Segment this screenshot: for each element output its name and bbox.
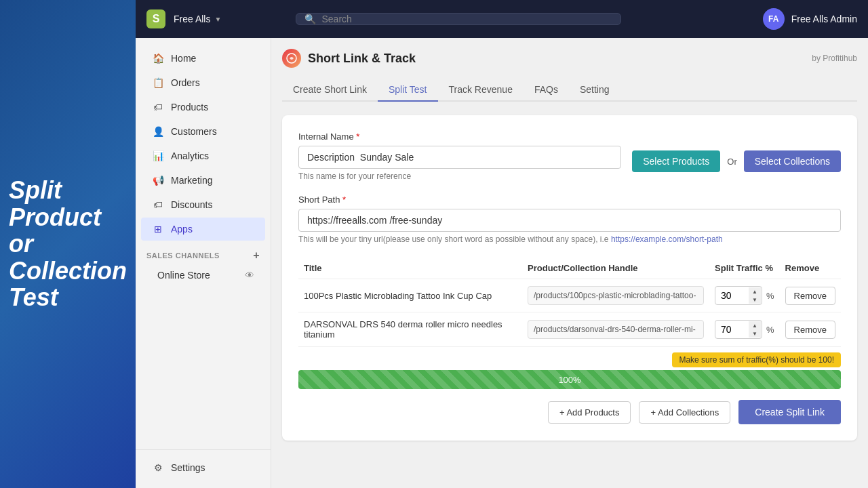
app-title-text: Short Link & Track: [308, 52, 416, 66]
row2-remove-cell: Remove: [780, 312, 841, 347]
content-area: 🏠 Home 📋 Orders 🏷 Products 👤 Customers 📊…: [136, 38, 868, 488]
short-path-label: Short Path *: [298, 195, 841, 205]
row2-traffic: ▲ ▼ %: [709, 312, 780, 347]
add-sales-channel-button[interactable]: +: [253, 249, 260, 262]
row2-title: DARSONVAL DRS 540 derma roller micro nee…: [298, 312, 522, 347]
row1-traffic-up[interactable]: ▲: [749, 287, 761, 296]
row2-traffic-down[interactable]: ▼: [749, 329, 761, 338]
store-name-button[interactable]: Free Alls ▼: [174, 14, 221, 24]
tabs: Create Short Link Split Test Track Reven…: [282, 79, 857, 102]
row2-traffic-up[interactable]: ▲: [749, 321, 761, 329]
sidebar-item-marketing[interactable]: 📢 Marketing: [141, 169, 265, 192]
user-name: Free Alls Admin: [791, 14, 857, 24]
sidebar-item-customers[interactable]: 👤 Customers: [141, 120, 265, 143]
col-handle: Product/Collection Handle: [522, 258, 709, 279]
search-input[interactable]: [321, 14, 612, 24]
sidebar: 🏠 Home 📋 Orders 🏷 Products 👤 Customers 📊…: [136, 38, 271, 488]
create-split-link-button[interactable]: Create Split Link: [738, 400, 841, 424]
warning-row: Make sure sum of traffic(%) should be 10…: [298, 352, 841, 367]
short-path-group: Short Path * This will be your tiny url(…: [298, 195, 841, 244]
short-path-hint: This will be your tiny url(please use on…: [298, 235, 841, 244]
shopify-logo: S: [146, 9, 165, 28]
internal-name-label: Internal Name *: [298, 131, 621, 142]
decorative-text: SplitProductorCollectionTest: [9, 177, 127, 311]
sidebar-item-discounts[interactable]: 🏷 Discounts: [141, 193, 265, 216]
row1-traffic: ▲ ▼ %: [709, 279, 780, 312]
decorative-panel: SplitProductorCollectionTest: [0, 0, 136, 488]
app-header: Short Link & Track by Profitihub: [282, 49, 857, 68]
internal-name-hint: This name is for your reference: [298, 171, 621, 181]
row1-remove-button[interactable]: Remove: [785, 287, 835, 305]
search-icon: 🔍: [304, 14, 316, 24]
sidebar-item-apps[interactable]: ⊞ Apps: [141, 218, 265, 241]
store-name-label: Free Alls: [174, 14, 210, 24]
products-icon: 🏷: [152, 101, 164, 113]
select-collections-button[interactable]: Select Collections: [744, 150, 841, 172]
split-table: Title Product/Collection Handle Split Tr…: [298, 258, 841, 347]
user-section: FA Free Alls Admin: [763, 8, 857, 30]
shopify-layout: S Free Alls ▼ 🔍 FA Free Alls Admin 🏠 Hom…: [136, 0, 868, 488]
tab-create-short-link[interactable]: Create Short Link: [282, 79, 378, 102]
col-remove: Remove: [780, 258, 841, 279]
short-path-hint-link[interactable]: https://example.com/short-path: [611, 235, 723, 244]
sales-channels-section: SALES CHANNELS +: [136, 241, 271, 264]
row1-handle-input[interactable]: [528, 286, 704, 305]
row2-handle-input[interactable]: [528, 320, 704, 339]
row1-title: 100Pcs Plastic Microblading Tattoo Ink C…: [298, 279, 522, 312]
internal-name-group: Internal Name * This name is for your re…: [298, 131, 621, 181]
col-traffic: Split Traffic %: [709, 258, 780, 279]
tab-setting[interactable]: Setting: [569, 79, 620, 102]
warning-tooltip: Make sure sum of traffic(%) should be 10…: [672, 352, 841, 367]
tab-split-test[interactable]: Split Test: [378, 79, 438, 102]
discounts-icon: 🏷: [152, 199, 164, 211]
eye-icon: 👁: [245, 270, 254, 281]
row1-remove-cell: Remove: [780, 279, 841, 312]
analytics-icon: 📊: [152, 150, 164, 162]
tab-track-revenue[interactable]: Track Revenue: [438, 79, 524, 102]
or-text: Or: [727, 157, 736, 167]
row1-handle: [522, 279, 709, 312]
apps-icon: ⊞: [152, 223, 164, 235]
row2-handle: [522, 312, 709, 347]
select-products-button[interactable]: Select Products: [632, 150, 720, 172]
sidebar-item-analytics[interactable]: 📊 Analytics: [141, 144, 265, 167]
add-collections-button[interactable]: + Add Collections: [639, 401, 730, 424]
bottom-actions: + Add Products + Add Collections Create …: [298, 400, 841, 424]
app-logo: [282, 49, 301, 68]
top-nav: S Free Alls ▼ 🔍 FA Free Alls Admin: [136, 0, 868, 38]
user-avatar: FA: [763, 8, 785, 30]
col-title: Title: [298, 258, 522, 279]
sidebar-footer: ⚙ Settings: [136, 449, 271, 480]
table-row: 100Pcs Plastic Microblading Tattoo Ink C…: [298, 279, 841, 312]
sidebar-item-orders[interactable]: 📋 Orders: [141, 71, 265, 94]
settings-icon: ⚙: [152, 462, 164, 474]
home-icon: 🏠: [152, 52, 164, 64]
sidebar-item-products[interactable]: 🏷 Products: [141, 96, 265, 119]
customers-icon: 👤: [152, 125, 164, 138]
orders-icon: 📋: [152, 77, 164, 89]
progress-container: 100%: [298, 370, 841, 389]
row1-traffic-down[interactable]: ▼: [749, 296, 761, 304]
main-content: Short Link & Track by Profitihub Create …: [271, 38, 868, 488]
sidebar-item-home[interactable]: 🏠 Home: [141, 47, 265, 70]
internal-name-row: Internal Name * This name is for your re…: [298, 131, 841, 181]
short-path-input[interactable]: [298, 209, 841, 232]
marketing-icon: 📢: [152, 174, 164, 186]
sidebar-item-online-store[interactable]: Online Store 👁: [141, 265, 265, 285]
app-by: by Profitihub: [812, 54, 857, 63]
row2-remove-button[interactable]: Remove: [785, 321, 835, 339]
select-buttons: Select Products Or Select Collections: [632, 150, 841, 172]
form-card: Internal Name * This name is for your re…: [282, 115, 857, 441]
tab-faqs[interactable]: FAQs: [524, 79, 569, 102]
sidebar-item-settings[interactable]: ⚙ Settings: [141, 456, 265, 479]
table-row: DARSONVAL DRS 540 derma roller micro nee…: [298, 312, 841, 347]
progress-bar: 100%: [298, 370, 841, 389]
app-title: Short Link & Track: [282, 49, 416, 68]
add-products-button[interactable]: + Add Products: [548, 401, 631, 424]
row1-percent-symbol: %: [766, 291, 774, 301]
row2-percent-symbol: %: [766, 325, 774, 335]
search-bar: 🔍: [296, 13, 621, 25]
internal-name-input[interactable]: [298, 146, 621, 169]
chevron-down-icon: ▼: [214, 16, 221, 23]
